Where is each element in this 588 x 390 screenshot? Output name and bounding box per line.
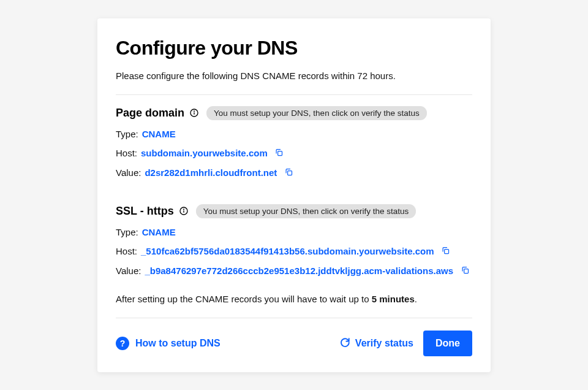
divider — [116, 318, 472, 318]
footer: ? How to setup DNS Verify status Done — [116, 331, 472, 356]
footer-left: ? How to setup DNS — [116, 337, 221, 350]
ssl-host-row: Host: _510fca62bf5756da0183544f91413b56.… — [116, 246, 472, 257]
copy-icon — [461, 266, 470, 277]
note-bold: 5 minutes — [372, 294, 415, 304]
info-icon[interactable] — [179, 206, 189, 216]
copy-icon — [284, 167, 293, 178]
refresh-icon — [339, 337, 350, 350]
copy-value-button[interactable] — [283, 167, 294, 178]
record-value-type: CNAME — [142, 129, 176, 139]
help-icon: ? — [116, 337, 129, 350]
modal-subtitle: Please configure the following DNS CNAME… — [116, 71, 472, 81]
wait-note: After setting up the CNAME records you w… — [116, 294, 472, 304]
record-label-type: Type: — [116, 227, 138, 237]
verify-status-label: Verify status — [355, 338, 413, 349]
ssl-value-row: Value: _b9a8476297e772d266cccb2e951e3b12… — [116, 266, 472, 277]
record-label-host: Host: — [116, 246, 137, 256]
svg-rect-11 — [464, 269, 468, 273]
svg-rect-10 — [445, 249, 449, 253]
record-value-host: _510fca62bf5756da0183544f91413b56.subdom… — [141, 246, 434, 256]
record-value-host: subdomain.yourwebsite.com — [141, 148, 268, 158]
copy-host-button[interactable] — [440, 246, 451, 257]
page-domain-host-row: Host: subdomain.yourwebsite.com — [116, 148, 472, 159]
note-prefix: After setting up the CNAME records you w… — [116, 294, 372, 304]
copy-icon — [274, 148, 284, 159]
ssl-status-badge: You must setup your DNS, then click on v… — [196, 204, 417, 218]
modal-title: Configure your DNS — [116, 37, 472, 59]
svg-point-9 — [183, 209, 184, 210]
svg-point-4 — [194, 111, 195, 112]
copy-host-button[interactable] — [274, 148, 285, 159]
page-domain-type-row: Type: CNAME — [116, 129, 472, 139]
dns-config-modal: Configure your DNS Please configure the … — [97, 18, 491, 372]
note-suffix: . — [415, 294, 417, 304]
record-value-type: CNAME — [142, 227, 176, 237]
ssl-header: SSL - https You must setup your DNS, the… — [116, 204, 472, 218]
svg-rect-5 — [278, 151, 282, 155]
ssl-title: SSL - https — [116, 205, 174, 218]
info-icon[interactable] — [189, 108, 199, 118]
record-label-host: Host: — [116, 148, 137, 158]
record-label-value: Value: — [116, 167, 141, 178]
copy-value-button[interactable] — [459, 266, 470, 277]
record-value-value: _b9a8476297e772d266cccb2e951e3b12.jddtvk… — [145, 266, 453, 276]
record-value-value: d2sr282d1mhrli.cloudfront.net — [145, 167, 277, 178]
done-button[interactable]: Done — [423, 331, 472, 356]
help-link-label: How to setup DNS — [135, 338, 221, 349]
page-domain-section: Page domain You must setup your DNS, the… — [116, 95, 472, 193]
page-domain-title: Page domain — [116, 107, 184, 120]
close-button[interactable] — [461, 33, 476, 48]
help-link[interactable]: ? How to setup DNS — [116, 337, 221, 350]
ssl-section: SSL - https You must setup your DNS, the… — [116, 193, 472, 291]
footer-right: Verify status Done — [339, 331, 472, 356]
page-domain-header: Page domain You must setup your DNS, the… — [116, 106, 472, 120]
ssl-type-row: Type: CNAME — [116, 227, 472, 237]
record-label-value: Value: — [116, 266, 141, 276]
record-label-type: Type: — [116, 129, 138, 139]
copy-icon — [441, 246, 450, 257]
page-domain-value-row: Value: d2sr282d1mhrli.cloudfront.net — [116, 167, 472, 178]
svg-rect-6 — [287, 170, 292, 175]
verify-status-button[interactable]: Verify status — [339, 337, 413, 350]
page-domain-status-badge: You must setup your DNS, then click on v… — [206, 106, 427, 120]
